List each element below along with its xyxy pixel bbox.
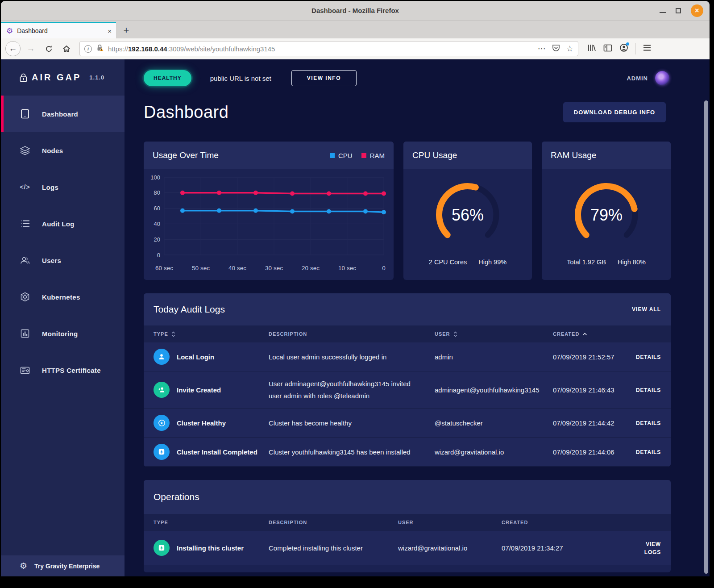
sidebar-item-dashboard[interactable]: Dashboard (1, 96, 125, 132)
insecure-lock-icon[interactable] (96, 44, 104, 54)
view-logs-button[interactable]: VIEW LOGS (644, 541, 661, 555)
avatar[interactable] (655, 71, 669, 85)
details-button[interactable]: DETAILS (636, 420, 661, 426)
sidebar-item-users[interactable]: Users (1, 242, 125, 279)
user-menu[interactable]: ADMIN (627, 71, 669, 85)
audit-row: Cluster Healthy Cluster has become healt… (144, 409, 671, 438)
audit-row: Cluster Install Completed Cluster youthf… (144, 438, 671, 467)
minimize-button[interactable] (660, 12, 666, 13)
tab-dashboard[interactable]: ⚙ Dashboard × (1, 22, 116, 38)
details-button[interactable]: DETAILS (636, 387, 661, 393)
audit-table-header: TYPE DESCRIPTION USER CREATED (144, 325, 671, 342)
svg-text:0: 0 (382, 265, 386, 271)
cpu-cores-stat: 2 CPU Cores (429, 259, 467, 266)
reload-button[interactable] (41, 41, 56, 56)
sidebar-item-https-certificate[interactable]: HTTPS Certificate (1, 352, 125, 388)
sidebar-item-kubernetes[interactable]: Kubernetes (1, 279, 125, 315)
back-button[interactable]: ← (5, 41, 21, 56)
forward-button[interactable]: → (23, 41, 38, 56)
browser-window: Dashboard - Mozilla Firefox × ⚙ Dashboar… (1, 1, 710, 576)
page-info-icon[interactable]: i (84, 45, 92, 53)
star-circle-icon (154, 415, 170, 431)
view-all-button[interactable]: VIEW ALL (632, 306, 661, 313)
toolbar-right (584, 43, 655, 54)
pocket-icon[interactable] (552, 44, 560, 54)
admin-label: ADMIN (627, 75, 648, 82)
ram-legend-swatch (361, 153, 366, 158)
cpu-card-title: CPU Usage (412, 150, 457, 160)
url-host: 192.168.0.44 (128, 45, 167, 53)
url-scheme: https:// (108, 45, 128, 53)
download-debug-info-button[interactable]: DOWNLOAD DEBUG INFO (563, 102, 666, 122)
operations-title: Operations (154, 492, 199, 502)
ram-gauge: 79% (569, 177, 644, 252)
tab-close-icon[interactable]: × (108, 27, 112, 35)
today-audit-logs-card: Today Audit Logs VIEW ALL TYPE DESCRIPTI… (144, 293, 671, 467)
bar-chart-icon (20, 329, 30, 338)
navigation-toolbar: ← → i https://192.168.0.44:3009/web/site… (1, 38, 710, 59)
operations-card: Operations TYPE DESCRIPTION USER CREATED… (144, 480, 671, 572)
logo-version: 1.1.0 (89, 74, 104, 81)
svg-text:50 sec: 50 sec (192, 265, 210, 271)
menu-hamburger-icon[interactable] (643, 45, 651, 53)
svg-text:20: 20 (154, 236, 160, 243)
cpu-usage-card: CPU Usage 56% 2 CPU Cores High 99% (403, 142, 532, 280)
main-content: HEALTHY public URL is not set VIEW INFO … (125, 59, 710, 576)
details-button[interactable]: DETAILS (636, 354, 661, 360)
svg-text:60: 60 (154, 205, 160, 212)
url-text[interactable]: https://192.168.0.44:3009/web/site/youth… (108, 45, 534, 53)
sidebar-item-monitoring[interactable]: Monitoring (1, 315, 125, 352)
usage-line-chart: 02040608010060 sec50 sec40 sec30 sec20 s… (144, 169, 390, 276)
page-actions-icon[interactable]: ⋯ (538, 44, 546, 54)
account-notification-dot (626, 42, 629, 46)
account-icon[interactable] (619, 43, 628, 54)
sidebars-icon[interactable] (603, 44, 612, 54)
status-row: HEALTHY public URL is not set VIEW INFO (144, 68, 710, 88)
svg-text:80: 80 (154, 189, 160, 196)
sort-both-icon[interactable] (171, 331, 175, 337)
close-icon: × (695, 7, 699, 15)
bookmark-star-icon[interactable]: ☆ (566, 44, 573, 54)
sidebar-item-nodes[interactable]: Nodes (1, 132, 125, 169)
sidebar-item-logs[interactable]: </> Logs (1, 169, 125, 205)
sidebar-item-audit-log[interactable]: Audit Log (1, 205, 125, 242)
svg-text:60 sec: 60 sec (155, 265, 173, 271)
svg-text:40: 40 (154, 221, 160, 227)
view-info-button[interactable]: VIEW INFO (291, 70, 357, 86)
cpu-legend-swatch (330, 153, 335, 158)
sort-both-icon[interactable] (453, 331, 457, 337)
sort-asc-icon[interactable] (582, 333, 587, 336)
details-button[interactable]: DETAILS (636, 449, 661, 455)
sidebar: AIR GAP 1.1.0 Dashboard Nodes </> Logs (1, 59, 125, 576)
ram-high-stat: High 80% (618, 259, 646, 266)
logo-text: AIR GAP (32, 72, 81, 83)
cpu-gauge: 56% (430, 177, 505, 252)
extension-gear-icon: ⚙ (6, 27, 13, 35)
operations-table-header: TYPE DESCRIPTION USER CREATED (144, 514, 671, 531)
svg-text:56%: 56% (452, 206, 484, 224)
ram-card-title: RAM Usage (551, 150, 596, 160)
url-bar[interactable]: i https://192.168.0.44:3009/web/site/you… (79, 41, 578, 56)
tab-bar: ⚙ Dashboard × + (1, 21, 710, 38)
health-status-badge: HEALTHY (144, 70, 191, 86)
audit-title: Today Audit Logs (154, 304, 225, 315)
sidebar-footer-try-gravity[interactable]: ⚙ Try Gravity Enterprise (1, 555, 125, 576)
user-plus-icon (154, 382, 170, 398)
layers-icon (20, 146, 30, 155)
summary-cards: Usage Over Time CPU RAM 02040608010060 s… (144, 142, 710, 280)
operations-row: Installing this cluster Completed instal… (144, 531, 671, 565)
toolbar-divider (635, 43, 636, 54)
ram-usage-card: RAM Usage 79% Total 1.92 GB High 80% (542, 142, 671, 280)
new-tab-button[interactable]: + (116, 22, 137, 38)
maximize-button[interactable] (676, 8, 681, 13)
home-button[interactable] (59, 41, 74, 56)
library-icon[interactable] (587, 44, 596, 54)
close-window-button[interactable]: × (691, 4, 703, 17)
window-title: Dashboard - Mozilla Firefox (311, 7, 399, 14)
rocket-icon (154, 444, 170, 460)
gear-icon: ⚙ (20, 561, 27, 571)
kubernetes-wheel-icon (20, 292, 30, 302)
page-scrollbar[interactable] (704, 100, 708, 574)
code-icon: </> (20, 183, 30, 191)
svg-text:30 sec: 30 sec (265, 265, 283, 271)
